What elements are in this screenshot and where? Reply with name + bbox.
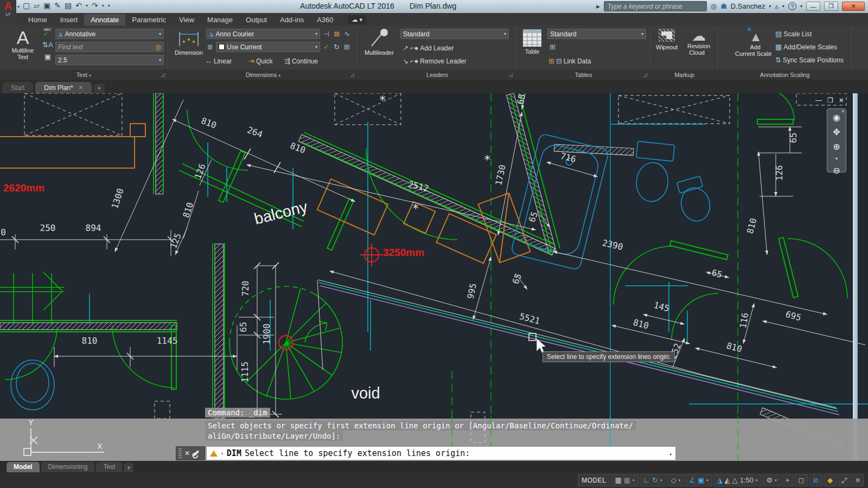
link-data-button[interactable]: ⊞⊟Link Data <box>548 57 591 65</box>
help-icon[interactable]: ? <box>788 2 796 10</box>
restore-button[interactable]: ❐ <box>824 2 838 11</box>
nav-wheel-icon[interactable]: ◉ <box>833 112 840 123</box>
doc-close-icon[interactable]: ✕ <box>839 97 844 104</box>
isolate-objects[interactable]: ◻ <box>794 474 808 486</box>
text-launcher-icon[interactable]: ◿ <box>161 72 165 78</box>
workspace-gear-icon[interactable]: ⚙ <box>767 476 773 484</box>
layout-tab-model[interactable]: Model <box>7 462 40 472</box>
tables-launcher-icon[interactable]: ◿ <box>643 72 647 78</box>
customization-plus[interactable]: + <box>782 474 794 486</box>
a360-icon[interactable]: ▵ <box>775 2 778 10</box>
extract-data-icon[interactable]: ⊞ <box>550 43 556 51</box>
table-style-select[interactable]: Standard▾ <box>547 29 646 39</box>
close-button[interactable]: ✕ <box>842 2 865 11</box>
command-expand-icon[interactable]: ▴ <box>669 451 672 457</box>
tab-view[interactable]: View <box>173 14 201 25</box>
text-frame-icon[interactable]: ▣ <box>44 53 51 61</box>
scale-dropdown-icon[interactable]: ▾ <box>756 478 758 483</box>
undo-dropdown-icon[interactable]: ▾ <box>86 3 88 8</box>
find-magnifier-icon[interactable]: ◎ <box>155 43 161 51</box>
add-leader-button[interactable]: ↗⌐●Add Leader <box>403 44 454 52</box>
nav-collapse-icon[interactable]: ⊖ <box>833 165 840 176</box>
a360-dropdown-icon[interactable]: ▾ <box>782 4 784 9</box>
dim-style-select[interactable]: ◮Anno Courier▾ <box>206 29 320 39</box>
panel-label-leaders[interactable]: Leaders <box>359 72 515 78</box>
sync-scale-positions-button[interactable]: ⇅Sync Scale Positions <box>775 56 844 64</box>
new-layout-button[interactable]: + <box>124 463 133 472</box>
redo-icon[interactable]: ↷ <box>92 1 98 10</box>
annotation-visibility-icon[interactable]: ◮ <box>717 476 723 484</box>
dim-update-icon[interactable]: ⊞ <box>344 43 350 51</box>
doc-restore-icon[interactable]: ❐ <box>827 97 833 104</box>
ortho-icon[interactable]: ∟ <box>643 476 650 484</box>
layout-tab-text[interactable]: Text <box>96 462 122 472</box>
panel-label-markup[interactable]: Markup <box>652 72 717 78</box>
dimensions-launcher-icon[interactable]: ◿ <box>350 72 354 78</box>
multiline-text-button[interactable]: A Multiline Text ▾ <box>7 28 39 67</box>
otrack-icon[interactable]: ∠ <box>689 476 695 484</box>
remove-leader-button[interactable]: ↘⌐●Remove Leader <box>403 57 467 65</box>
isodraft-icon[interactable]: ◇ <box>671 476 676 484</box>
nav-pan-icon[interactable]: ✥ <box>833 127 840 137</box>
command-customize-icon[interactable] <box>193 450 200 457</box>
dim-break-icon[interactable]: ⊣ <box>323 30 329 38</box>
polar-dropdown-icon[interactable]: ▾ <box>660 478 662 483</box>
workspace-dropdown-icon[interactable]: ▾ <box>775 478 777 483</box>
open-icon[interactable]: ▱ <box>34 1 40 10</box>
annotation-scale-icon[interactable]: △ <box>732 476 738 484</box>
wipeout-button[interactable]: Wipeout <box>656 29 678 50</box>
polar-icon[interactable]: ↻ <box>652 476 658 484</box>
navigation-bar[interactable]: ✕ ◉ ✥ ⊕ ▾ ⊖ <box>827 108 846 172</box>
quick-dim-button[interactable]: ⇥Quick <box>248 57 273 65</box>
snap-dropdown-icon[interactable]: ▾ <box>633 478 635 483</box>
tab-output[interactable]: Output <box>239 14 273 25</box>
file-tab-close-icon[interactable]: ✕ <box>79 85 83 91</box>
autoscale-icon[interactable]: ◭ <box>725 476 730 484</box>
layout-tab-dimensioning[interactable]: Dimensioning <box>41 462 95 472</box>
command-grip-handle[interactable] <box>178 448 182 458</box>
search-icon[interactable]: ◎ <box>711 2 717 10</box>
customization-menu-button[interactable]: ≡ <box>852 474 864 486</box>
dim-tolerance-icon[interactable]: ✓ <box>323 43 329 51</box>
performance-icon[interactable]: ◆ <box>824 474 837 486</box>
file-tab-start[interactable]: Start <box>2 82 33 93</box>
connect-cloud-icon[interactable]: ☁ ▾ <box>348 15 367 24</box>
text-style-select[interactable]: ◮Annotative▾ <box>55 29 164 39</box>
undo-icon[interactable]: ↶ <box>75 1 82 10</box>
panel-label-annotation-scaling[interactable]: Annotation Scaling <box>719 72 851 78</box>
continue-dim-button[interactable]: ⇶Continue▾ <box>284 57 322 65</box>
tab-parametric[interactable]: Parametric <box>125 14 173 25</box>
doc-minimize-icon[interactable]: — <box>815 97 822 104</box>
add-delete-scales-button[interactable]: ▦Add/Delete Scales <box>775 43 837 51</box>
dim-layer-select[interactable]: Use Current▾ <box>216 42 320 52</box>
tab-manage[interactable]: Manage <box>201 14 239 25</box>
dim-center-icon[interactable]: ↻ <box>334 43 340 51</box>
panel-label-tables[interactable]: Tables <box>517 72 650 78</box>
navbar-close-icon[interactable]: ✕ <box>841 109 845 114</box>
nav-zoom-icon[interactable]: ⊕ <box>833 142 840 152</box>
revision-cloud-button[interactable]: ☁ Revision Cloud ▾ <box>687 29 710 57</box>
search-expand-icon[interactable]: ▸ <box>596 2 600 10</box>
dim-adjust-space-icon[interactable]: ⊠ <box>334 30 340 38</box>
dim-jog-icon[interactable]: ∿ <box>344 30 350 38</box>
save-icon[interactable]: ▣ <box>43 1 50 10</box>
tab-addins[interactable]: Add-ins <box>273 14 310 25</box>
add-current-scale-button[interactable]: ▲+ Add Current Scale ▾ <box>735 28 775 58</box>
tab-annotate[interactable]: Annotate <box>84 14 125 25</box>
tab-home[interactable]: Home <box>22 14 54 25</box>
snap-icon[interactable]: ▦ <box>615 476 621 484</box>
clean-screen-button[interactable]: ⤢ <box>838 474 851 486</box>
saveas-icon[interactable]: ✎ <box>54 1 61 10</box>
tab-a360[interactable]: A360 <box>310 14 340 25</box>
panel-label-text[interactable]: Text ▾ <box>0 72 168 78</box>
qat-customize-icon[interactable]: ▾ <box>108 3 110 8</box>
dimension-button[interactable]: Dimension <box>175 28 203 56</box>
spellcheck-icon[interactable]: ABC✓ <box>44 28 52 37</box>
search-input[interactable]: Type a keyword or phrase <box>604 1 707 11</box>
leaders-launcher-icon[interactable]: ◿ <box>509 72 513 78</box>
osnap-icon[interactable]: ▣ <box>698 476 704 484</box>
tab-insert[interactable]: Insert <box>54 14 85 25</box>
command-close-icon[interactable]: ✕ <box>184 450 190 457</box>
find-text-input[interactable]: Find text◎ <box>55 42 164 52</box>
panel-label-dimensions[interactable]: Dimensions ▾ <box>169 72 357 78</box>
